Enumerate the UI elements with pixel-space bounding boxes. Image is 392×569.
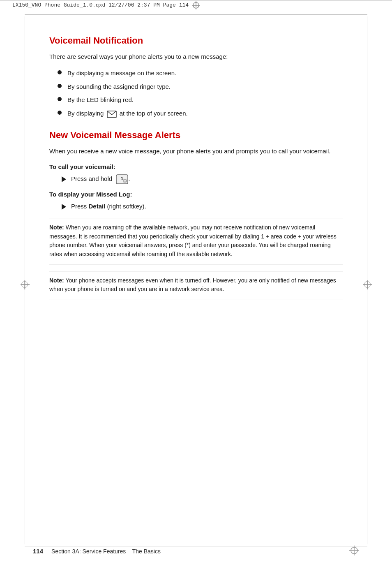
note-box-1: Note: When you are roaming off the avail… (49, 218, 343, 264)
voicemail-notification-heading: Voicemail Notification (49, 35, 343, 46)
left-crosshair (20, 280, 30, 289)
page-container: LX150_VNO Phone Guide_1.0.qxd 12/27/06 2… (0, 0, 392, 569)
bottom-crosshair (349, 546, 359, 557)
bullet-item-3: By the LED blinking red. (58, 95, 343, 105)
voicemail-intro: There are several ways your phone alerts… (49, 52, 343, 61)
bullet-text-4: By displaying at the top of your screen. (67, 109, 188, 118)
footer: 114 Section 3A: Service Features – The B… (0, 546, 392, 557)
call-voicemail-text: Press and hold 1 ⌂ . (71, 174, 130, 184)
arrow-icon-2 (62, 204, 66, 210)
note-text-1: When you are roaming off the available n… (49, 224, 337, 257)
page-number: 114 (33, 548, 43, 555)
svg-text:1: 1 (121, 176, 123, 181)
missed-log-subheading: To display your Missed Log: (49, 191, 343, 198)
bullet-dot-1 (58, 70, 62, 74)
bullet-item-2: By sounding the assigned ringer type. (58, 82, 343, 92)
note-box-2: Note: Your phone accepts messages even w… (49, 271, 343, 299)
new-voicemail-intro: When you receive a new voice message, yo… (49, 146, 343, 156)
header-crosshair (192, 1, 200, 9)
footer-left: 114 Section 3A: Service Features – The B… (33, 548, 161, 555)
bullet-text-1: By displaying a message on the screen. (67, 69, 176, 78)
main-content: Voicemail Notification There are several… (0, 15, 392, 339)
voicemail-bullets: By displaying a message on the screen. B… (58, 69, 343, 118)
bullet-text-3: By the LED blinking red. (67, 95, 134, 105)
bullet-item-4: By displaying at the top of your screen. (58, 109, 343, 118)
key-icon-1: 1 ⌂ (116, 174, 128, 184)
footer-section-text: Section 3A: Service Features – The Basic… (51, 548, 161, 555)
missed-log-text: Press Detail (right softkey). (71, 202, 146, 211)
new-voicemail-alerts-heading: New Voicemail Message Alerts (49, 130, 343, 141)
bullet-dot-2 (58, 84, 62, 88)
call-voicemail-instruction: Press and hold 1 ⌂ . (62, 174, 343, 184)
call-voicemail-subheading: To call your voicemail: (49, 163, 343, 170)
missed-log-instruction: Press Detail (right softkey). (62, 202, 343, 211)
bullet-text-2: By sounding the assigned ringer type. (67, 82, 171, 92)
bullet-dot-4 (58, 111, 62, 115)
mail-icon (107, 109, 117, 119)
note-label-2: Note: (49, 277, 64, 284)
right-crosshair (362, 280, 372, 289)
note-label-1: Note: (49, 224, 64, 231)
note-text-2: Your phone accepts messages even when it… (49, 277, 336, 293)
svg-text:⌂: ⌂ (124, 180, 126, 182)
bullet-dot-3 (58, 97, 62, 101)
arrow-icon-1 (62, 176, 66, 182)
bullet-item-1: By displaying a message on the screen. (58, 69, 343, 78)
header-bar: LX150_VNO Phone Guide_1.0.qxd 12/27/06 2… (0, 0, 392, 10)
header-text: LX150_VNO Phone Guide_1.0.qxd 12/27/06 2… (12, 2, 189, 8)
